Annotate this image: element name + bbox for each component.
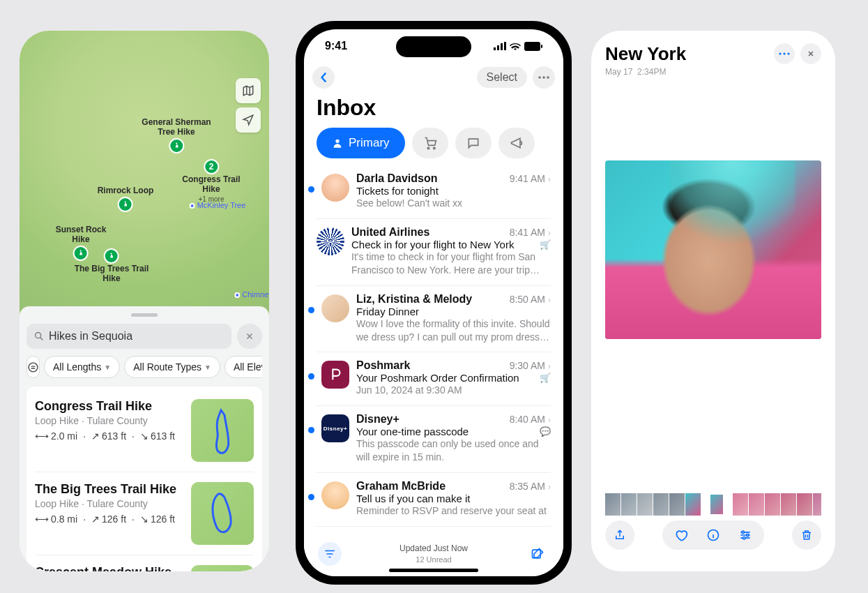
trail-thumbnail: [191, 399, 254, 462]
stat-up: 613 ft: [102, 430, 126, 442]
filter-options-button[interactable]: [26, 356, 40, 378]
adjust-button[interactable]: [729, 520, 761, 550]
page-title: New York: [605, 43, 686, 65]
unread-indicator: [308, 186, 314, 193]
result-item[interactable]: The Big Trees Trail Hike Loop Hike · Tul…: [35, 472, 254, 555]
photo-header: New York May 17 2:34PM: [591, 31, 835, 82]
hiker-icon: [104, 248, 119, 264]
svg-rect-7: [497, 45, 499, 50]
maps-phone: General Sherman Tree Hike 2 Congress Tra…: [20, 31, 269, 571]
result-stats: ⟷0.8 mi · ↗126 ft · ↘126 ft: [35, 513, 184, 525]
info-button[interactable]: [697, 520, 729, 550]
select-label: Select: [487, 71, 517, 83]
thumbnail[interactable]: [781, 493, 796, 516]
thumbnail[interactable]: [621, 493, 637, 516]
favorite-button[interactable]: [665, 520, 697, 550]
stat-down: 126 ft: [151, 513, 175, 525]
category-tag-icon: 🛒: [540, 239, 551, 250]
map-poi[interactable]: General Sherman Tree Hike: [142, 117, 211, 153]
nav-bar: Select: [304, 63, 563, 92]
message-item[interactable]: Poshmark9:30 AM› Your Poshmark Order Con…: [317, 352, 551, 406]
message-item[interactable]: Graham McBride8:35 AM› Tell us if you ca…: [317, 473, 551, 527]
thumbnail[interactable]: [765, 493, 780, 516]
result-item[interactable]: Crescent Meadow Hike: [35, 555, 254, 571]
tab-updates[interactable]: [455, 128, 492, 158]
date-value: May 17: [605, 67, 632, 77]
map-poi[interactable]: Rimrock Loop: [98, 186, 154, 212]
thumbnail[interactable]: [749, 493, 764, 516]
message-item[interactable]: Disney+ Disney+8:40 AM› Your one-time pa…: [317, 406, 551, 473]
message-list[interactable]: Darla Davidson9:41 AM› Tickets for tonig…: [304, 165, 563, 527]
message-item[interactable]: United Airlines8:41 AM› Check in for you…: [317, 219, 551, 286]
map-controls: [236, 78, 261, 133]
svg-point-16: [427, 147, 429, 149]
cluster-count: 2: [209, 162, 214, 172]
photo-viewer[interactable]: [605, 160, 821, 339]
locate-me-button[interactable]: [236, 107, 261, 133]
thumbnail[interactable]: [637, 493, 653, 516]
svg-rect-11: [541, 45, 542, 48]
map-dot-icon: [190, 203, 195, 209]
filter-length[interactable]: All Lengths▼: [44, 356, 120, 378]
poi-label: Congress Trail: [182, 174, 240, 184]
search-input[interactable]: Hikes in Sequoia: [26, 324, 231, 349]
thumbnail[interactable]: [653, 493, 669, 516]
avatar: [321, 361, 349, 389]
svg-point-14: [547, 76, 549, 79]
tab-transactions[interactable]: [412, 128, 448, 158]
thumbnail[interactable]: [669, 493, 685, 516]
map-poi[interactable]: 2 Congress Trail Hike +1 more: [182, 158, 240, 204]
tab-primary[interactable]: Primary: [317, 128, 405, 158]
result-subtitle: Loop Hike · Tulare County: [35, 415, 184, 426]
thumbnail[interactable]: [733, 493, 748, 516]
thumbnail[interactable]: [685, 493, 701, 516]
thumbnail[interactable]: [605, 493, 620, 516]
category-tag-icon: 💬: [540, 426, 551, 437]
delete-button[interactable]: [792, 520, 821, 550]
unread-indicator: [308, 427, 314, 433]
filter-route-type[interactable]: All Route Types▼: [124, 356, 220, 378]
status-time: 9:41: [325, 40, 347, 52]
sheet-grabber[interactable]: [131, 313, 158, 317]
thumbnail-strip[interactable]: [605, 493, 821, 516]
thumbnail-active[interactable]: [709, 493, 724, 516]
results-list[interactable]: Congress Trail Hike Loop Hike · Tulare C…: [26, 386, 262, 571]
result-item[interactable]: Congress Trail Hike Loop Hike · Tulare C…: [35, 389, 254, 472]
back-button[interactable]: [312, 66, 335, 89]
signal-icon: [494, 42, 506, 50]
more-button[interactable]: [533, 66, 555, 89]
category-tabs: Primary: [304, 128, 563, 165]
svg-point-13: [542, 76, 545, 79]
thumbnail[interactable]: [797, 493, 812, 516]
poi-label-2: Tree Hike: [158, 127, 195, 137]
page-title: Inbox: [304, 92, 563, 128]
message-item[interactable]: Liz, Kristina & Melody8:50 AM› Friday Di…: [317, 286, 551, 353]
select-button[interactable]: Select: [477, 67, 527, 88]
share-button[interactable]: [605, 520, 634, 550]
person-icon: [332, 137, 343, 149]
map-canvas[interactable]: General Sherman Tree Hike 2 Congress Tra…: [20, 31, 269, 338]
more-options-button[interactable]: [774, 43, 795, 64]
chevron-down-icon: ▼: [104, 363, 111, 371]
compose-button[interactable]: [526, 542, 549, 566]
svg-point-5: [29, 363, 38, 372]
avatar: Disney+: [321, 414, 349, 442]
tab-promotions[interactable]: [498, 128, 535, 158]
clear-button[interactable]: [237, 324, 262, 349]
filter-button[interactable]: [318, 542, 342, 566]
filter-elevation[interactable]: All Elev: [224, 356, 262, 378]
phone-frame: 9:41 Select Inbox Primary: [296, 21, 572, 585]
search-sheet[interactable]: Hikes in Sequoia All Lengths▼ All Route …: [20, 306, 269, 571]
filter-label: All Elev: [234, 361, 262, 373]
svg-point-17: [433, 147, 435, 149]
message-item[interactable]: Darla Davidson9:41 AM› Tickets for tonig…: [317, 165, 551, 219]
chevron-right-icon: ›: [548, 415, 551, 425]
map-poi[interactable]: The Big Trees Trail Hike: [75, 247, 149, 283]
trail-thumbnail: [191, 482, 254, 545]
map-style-button[interactable]: [236, 78, 261, 103]
poi-label-2: Hike: [72, 234, 89, 244]
unread-indicator: [308, 373, 314, 380]
distance-icon: ⟷: [35, 430, 49, 442]
close-button[interactable]: [800, 43, 821, 64]
thumbnail[interactable]: [813, 493, 821, 516]
